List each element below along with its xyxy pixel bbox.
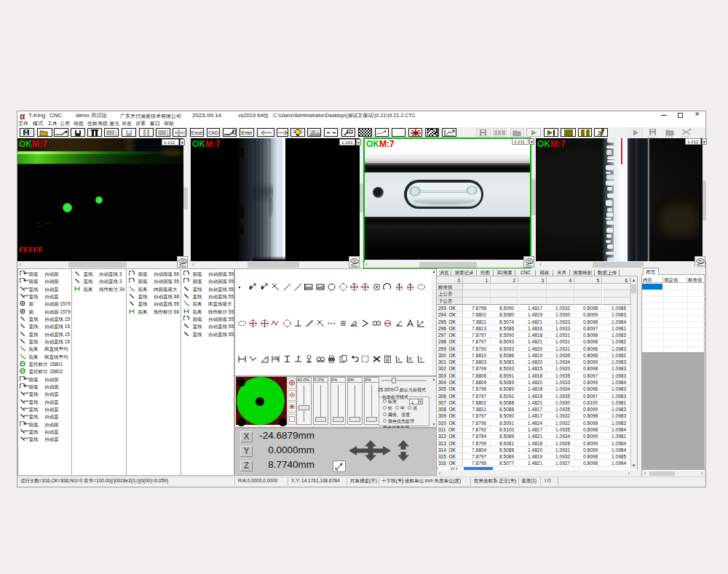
svg-text:R: R — [408, 356, 412, 362]
svg-text:Y: Y — [419, 356, 423, 362]
svg-text:x: x — [397, 356, 400, 362]
